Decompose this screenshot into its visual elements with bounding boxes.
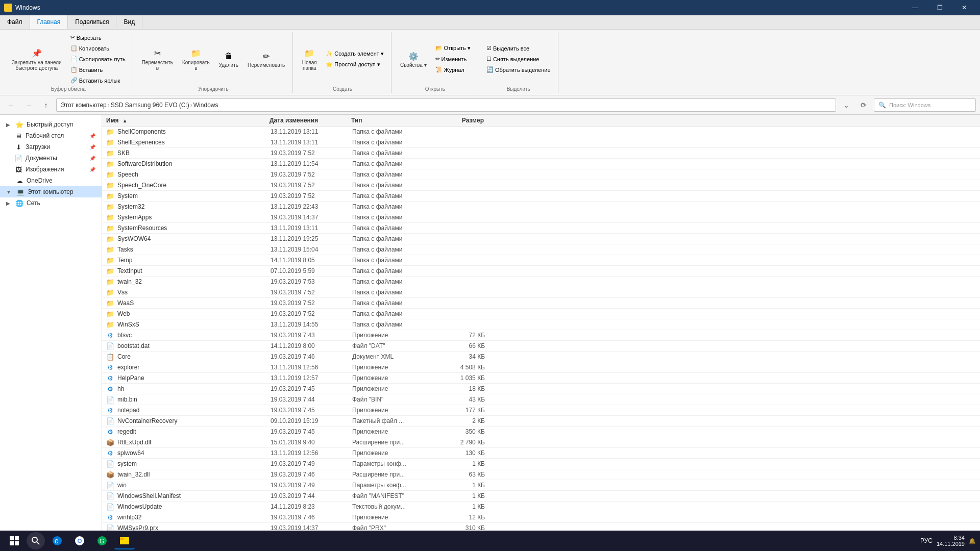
column-header-type[interactable]: Тип (351, 117, 433, 124)
copy-to-button[interactable]: 📁 Копироватьв (179, 45, 213, 73)
sidebar-item-documents[interactable]: 📄 Документы 📌 (0, 153, 102, 164)
file-type: Файл "DAT" (352, 342, 434, 349)
table-row[interactable]: 📁 WaaS 19.03.2019 7:52 Папка с файлами (102, 298, 980, 309)
column-header-size[interactable]: Размер (433, 117, 484, 124)
address-input[interactable]: Этот компьютер › SSD Samsung 960 EVO (C:… (56, 98, 836, 112)
search-box[interactable]: 🔍 Поиск: Windows (874, 98, 976, 112)
file-icon: 📁 (106, 160, 114, 168)
paste-button[interactable]: 📋 Вставить (67, 65, 129, 74)
table-row[interactable]: 📦 twain_32.dll 19.03.2019 7:46 Расширени… (102, 469, 980, 480)
table-row[interactable]: 📁 SystemApps 19.03.2019 14:37 Папка с фа… (102, 212, 980, 223)
table-row[interactable]: 📁 Web 19.03.2019 7:52 Папка с файлами (102, 309, 980, 319)
table-row[interactable]: 📁 System32 13.11.2019 22:43 Папка с файл… (102, 202, 980, 212)
table-row[interactable]: ⚙ winhlp32 19.03.2019 7:46 Приложение 12… (102, 512, 980, 523)
sidebar-item-quickaccess[interactable]: ▶ ⭐ Быстрый доступ (0, 119, 102, 130)
start-button[interactable] (4, 532, 24, 549)
sidebar-item-images[interactable]: 🖼 Изображения 📌 (0, 164, 102, 175)
select-all-button[interactable]: ☑ Выделить все (483, 43, 554, 53)
back-button[interactable]: ← (4, 98, 18, 112)
invert-selection-button[interactable]: 🔄 Обратить выделение (483, 65, 554, 74)
new-folder-button[interactable]: 📁 Новаяпапка (298, 45, 321, 73)
paste-shortcut-button[interactable]: 🔗 Вставить ярлык (67, 76, 129, 85)
pin-to-quickaccess-button[interactable]: 📌 Закрепить на панелибыстрого доступа (8, 45, 65, 73)
tab-home[interactable]: Главная (30, 15, 68, 29)
taskbar-clock: 8:34 14.11.2019 (937, 535, 965, 547)
dropdown-button[interactable]: ⌄ (839, 98, 853, 112)
table-row[interactable]: 📁 WinSxS 13.11.2019 14:55 Папка с файлам… (102, 319, 980, 330)
table-row[interactable]: ⚙ regedit 19.03.2019 7:45 Приложение 350… (102, 427, 980, 437)
table-row[interactable]: 📁 Temp 14.11.2019 8:05 Папка с файлами (102, 255, 980, 266)
open-button[interactable]: 📂 Открыть ▾ (432, 43, 474, 53)
table-row[interactable]: ⚙ splwow64 13.11.2019 12:56 Приложение 1… (102, 448, 980, 459)
copy-button[interactable]: 📋 Копировать (67, 43, 129, 53)
table-row[interactable]: 📁 SoftwareDistribution 13.11.2019 11:54 … (102, 159, 980, 169)
delete-button[interactable]: 🗑 Удалить (215, 48, 242, 70)
table-row[interactable]: 📄 WindowsShell.Manifest 19.03.2019 7:44 … (102, 491, 980, 502)
create-item-button[interactable]: ✨ Создать элемент ▾ (323, 49, 387, 59)
sidebar-item-thispc[interactable]: ▼ 💻 Этот компьютер (0, 186, 102, 197)
up-button[interactable]: ↑ (39, 98, 53, 112)
table-row[interactable]: 📁 Speech 19.03.2019 7:52 Папка с файлами (102, 169, 980, 180)
table-row[interactable]: 📁 TextInput 07.10.2019 5:59 Папка с файл… (102, 266, 980, 277)
table-row[interactable]: ⚙ notepad 19.03.2019 7:45 Приложение 177… (102, 405, 980, 416)
table-row[interactable]: 📄 mib.bin 19.03.2019 7:44 Файл "BIN" 43 … (102, 394, 980, 405)
column-header-name[interactable]: Имя ▲ (106, 117, 270, 124)
taskbar-edge[interactable]: e (47, 532, 67, 549)
forward-button[interactable]: → (21, 98, 36, 112)
move-to-button[interactable]: ✂ Переместитьв (138, 45, 177, 73)
history-button[interactable]: 📜 Журнал (432, 65, 474, 74)
table-row[interactable]: ⚙ bfsvc 19.03.2019 7:43 Приложение 72 КБ (102, 330, 980, 341)
sidebar-item-onedrive[interactable]: ▶ ☁ OneDrive (0, 175, 102, 186)
table-row[interactable]: 📄 NvContainerRecovery 09.10.2019 15:19 П… (102, 416, 980, 427)
tab-file[interactable]: Файл (0, 15, 30, 29)
column-header-date[interactable]: Дата изменения (270, 117, 351, 124)
copy-path-button[interactable]: 📄 Скопировать путь (67, 54, 129, 64)
table-row[interactable]: 📁 System 19.03.2019 7:52 Папка с файлами (102, 191, 980, 202)
table-row[interactable]: ⚙ hh 19.03.2019 7:45 Приложение 18 КБ (102, 384, 980, 394)
table-row[interactable]: 📁 twain_32 19.03.2019 7:53 Папка с файла… (102, 277, 980, 287)
sidebar-item-desktop[interactable]: 🖥 Рабочий стол 📌 (0, 130, 102, 141)
tab-share[interactable]: Поделиться (68, 15, 116, 29)
breadcrumb-windows[interactable]: Windows (193, 102, 218, 109)
table-row[interactable]: 📄 win 19.03.2019 7:49 Параметры конф... … (102, 480, 980, 491)
table-row[interactable]: 📄 bootstat.dat 14.11.2019 8:00 Файл "DAT… (102, 341, 980, 352)
table-row[interactable]: 📦 RtlExUpd.dll 15.01.2019 9:40 Расширени… (102, 437, 980, 448)
cut-button[interactable]: ✂ Вырезать (67, 33, 129, 42)
edit-button[interactable]: ✏ Изменить (432, 54, 474, 64)
breadcrumb-computer[interactable]: Этот компьютер (61, 102, 107, 109)
minimize-button[interactable]: — (903, 0, 927, 15)
table-row[interactable]: 📄 WindowsUpdate 14.11.2019 8:23 Текстовы… (102, 502, 980, 512)
properties-button[interactable]: ⚙️ Свойства ▾ (397, 48, 430, 70)
taskbar-app3[interactable]: G (92, 532, 112, 549)
table-row[interactable]: ⚙ HelpPane 13.11.2019 12:57 Приложение 1… (102, 373, 980, 384)
sidebar-item-downloads[interactable]: ⬇ Загрузки 📌 (0, 141, 102, 153)
close-button[interactable]: ✕ (952, 0, 976, 15)
taskbar-explorer[interactable] (114, 532, 135, 549)
table-row[interactable]: 📁 ShellComponents 13.11.2019 13:11 Папка… (102, 127, 980, 137)
table-row[interactable]: 📁 SysWOW64 13.11.2019 19:25 Папка с файл… (102, 234, 980, 244)
table-row[interactable]: 📁 ShellExperiences 13.11.2019 13:11 Папк… (102, 137, 980, 148)
table-row[interactable]: 📁 Vss 19.03.2019 7:52 Папка с файлами (102, 287, 980, 298)
table-row[interactable]: 📁 SystemResources 13.11.2019 13:11 Папка… (102, 223, 980, 234)
table-row[interactable]: ⚙ explorer 13.11.2019 12:56 Приложение 4… (102, 362, 980, 373)
table-row[interactable]: 📁 Speech_OneCore 19.03.2019 7:52 Папка с… (102, 180, 980, 191)
table-row[interactable]: 📄 system 19.03.2019 7:49 Параметры конф.… (102, 459, 980, 469)
sidebar-item-quickaccess-label: Быстрый доступ (27, 121, 95, 128)
easy-access-button[interactable]: ⭐ Простой доступ ▾ (323, 60, 387, 69)
file-icon: 📁 (106, 170, 114, 179)
table-row[interactable]: 📁 SKB 19.03.2019 7:52 Папка с файлами (102, 148, 980, 159)
table-row[interactable]: 📋 Core 19.03.2019 7:46 Документ XML 34 К… (102, 352, 980, 362)
file-name: HelpPane (117, 374, 271, 382)
sidebar-item-network[interactable]: ▶ 🌐 Сеть (0, 197, 102, 209)
refresh-button[interactable]: ⟳ (856, 98, 871, 112)
restore-button[interactable]: ❐ (928, 0, 951, 15)
rename-button[interactable]: ✏ Переименовать (244, 48, 288, 70)
breadcrumb-drive[interactable]: SSD Samsung 960 EVO (C:) (111, 102, 189, 109)
tab-view[interactable]: Вид (116, 15, 142, 29)
notification-area[interactable]: 🔔 (969, 538, 976, 544)
taskbar-chrome[interactable] (69, 532, 90, 549)
table-row[interactable]: 📁 Tasks 13.11.2019 15:04 Папка с файлами (102, 244, 980, 255)
deselect-button[interactable]: ☐ Снять выделение (483, 54, 554, 64)
taskbar-search[interactable] (27, 532, 45, 549)
file-size: 72 КБ (434, 332, 485, 339)
